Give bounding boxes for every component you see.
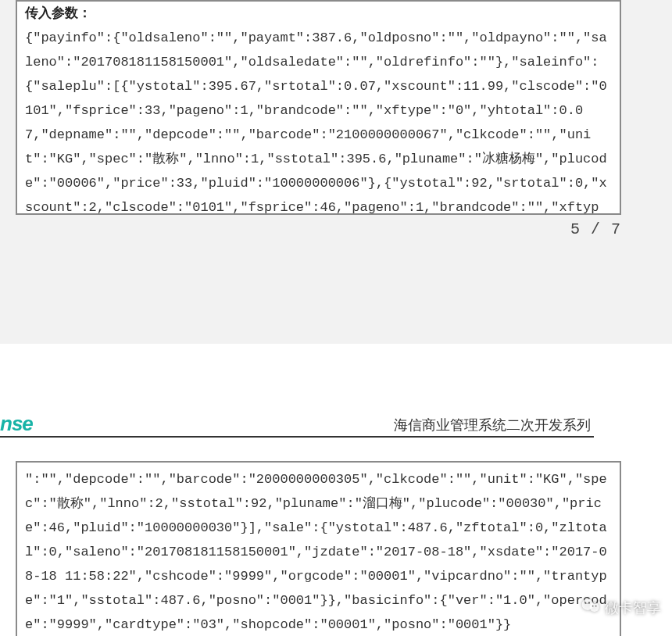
doc-header: nse 海信商业管理系统二次开发系列 — [0, 414, 594, 438]
doc-header-title: 海信商业管理系统二次开发系列 — [394, 416, 594, 436]
code-body-bottom: ":"","depcode":"","barcode":"20000000003… — [25, 467, 612, 636]
page-number: 5 / 7 — [16, 220, 621, 238]
brand-logo: nse — [0, 412, 33, 436]
lower-page-panel: nse 海信商业管理系统二次开发系列 ":"","depcode":"","ba… — [0, 344, 672, 636]
upper-page-panel: 传入参数： {"payinfo":{"oldsaleno":"","payamt… — [0, 0, 672, 344]
code-block-top: 传入参数： {"payinfo":{"oldsaleno":"","payamt… — [16, 0, 621, 215]
code-block-bottom: ":"","depcode":"","barcode":"20000000003… — [16, 461, 621, 636]
code-intro-label: 传入参数： — [25, 2, 612, 26]
code-body-top: {"payinfo":{"oldsaleno":"","payamt":387.… — [25, 26, 612, 215]
page-root: 传入参数： {"payinfo":{"oldsaleno":"","payamt… — [0, 0, 672, 636]
